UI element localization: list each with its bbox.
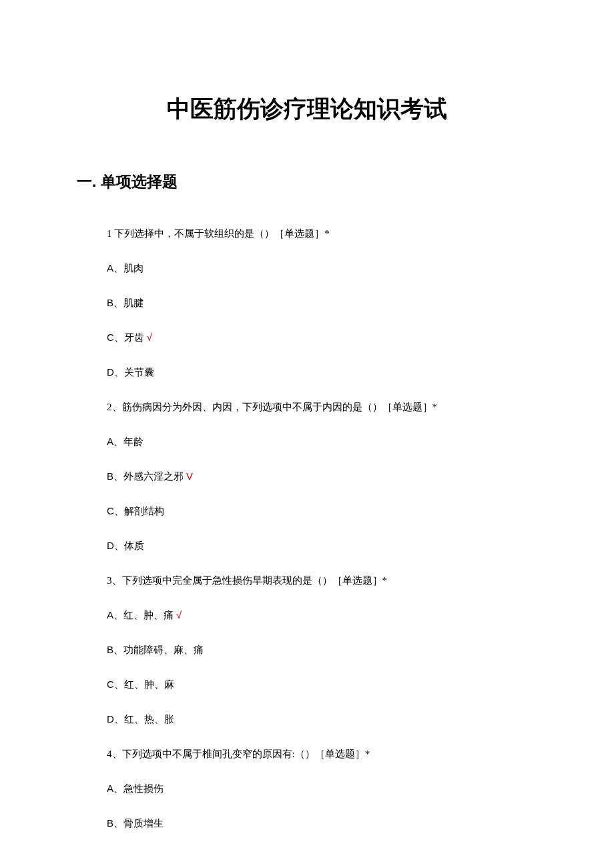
option-letter: D (107, 540, 114, 551)
option: A、年龄 (107, 434, 554, 450)
option-text: 红、热、胀 (124, 713, 174, 725)
option-letter: C (107, 505, 114, 516)
questions-content: 1 下列选择中，不属于软组织的是（）［单选题］*A、肌肉B、肌腱C、牙齿√D、关… (107, 226, 554, 831)
option-separator: 、 (114, 366, 124, 378)
document-title: 中医筋伤诊疗理论知识考试 (60, 93, 554, 125)
check-mark-icon: V (186, 470, 193, 482)
option-text: 肌肉 (123, 262, 143, 274)
option-text: 解剖结构 (124, 505, 164, 516)
option: D、红、热、胀 (107, 711, 554, 727)
option: C、牙齿√ (107, 330, 554, 346)
option: A、肌肉 (107, 260, 554, 276)
option-text: 体质 (124, 540, 144, 551)
option-letter: B (107, 817, 113, 829)
option: C、解剖结构 (107, 503, 554, 519)
section-heading: 一. 单项选择题 (77, 171, 554, 192)
option-letter: D (107, 366, 114, 378)
option-separator: 、 (113, 262, 123, 274)
option-text: 关节囊 (124, 366, 154, 378)
option-letter: C (107, 679, 114, 690)
option-letter: A (107, 262, 113, 274)
option-text: 肌腱 (123, 297, 143, 308)
option-separator: 、 (113, 817, 123, 829)
option-letter: A (107, 783, 113, 794)
option-separator: 、 (114, 540, 124, 551)
option: B、功能障碍、麻、痛 (107, 642, 554, 658)
option-text: 外感六淫之邪 (123, 470, 184, 482)
question-text: 2、筋伤病因分为外因、内因，下列选项中不属于内因的是（）［单选题］* (107, 399, 554, 415)
check-mark-icon: √ (176, 609, 182, 620)
question-text: 3、下列选项中完全属于急性损伤早期表现的是（）［单选题］* (107, 572, 554, 588)
option-letter: B (107, 297, 113, 308)
option-text: 骨质增生 (123, 817, 164, 829)
option-text: 红、肿、麻 (124, 679, 174, 690)
option-separator: 、 (114, 332, 124, 343)
option-separator: 、 (113, 470, 123, 482)
option: C、红、肿、麻 (107, 677, 554, 693)
option: D、关节囊 (107, 364, 554, 380)
option-separator: 、 (113, 297, 123, 308)
option-separator: 、 (114, 679, 124, 690)
option-separator: 、 (113, 436, 123, 447)
option-letter: D (107, 713, 114, 725)
check-mark-icon: √ (147, 332, 152, 343)
page-container: 中医筋伤诊疗理论知识考试 一. 单项选择题 1 下列选择中，不属于软组织的是（）… (0, 0, 614, 868)
option-separator: 、 (114, 713, 124, 725)
option: A、急性损伤 (107, 781, 554, 797)
option-text: 急性损伤 (123, 783, 164, 794)
option: B、肌腱 (107, 295, 554, 311)
option-letter: A (107, 609, 113, 620)
option-separator: 、 (114, 505, 124, 516)
option-letter: A (107, 436, 113, 447)
option-letter: B (107, 644, 113, 655)
option-text: 年龄 (123, 436, 143, 447)
option-letter: B (107, 470, 113, 482)
option-separator: 、 (113, 644, 123, 655)
option-separator: 、 (113, 783, 123, 794)
option-letter: C (107, 332, 114, 343)
question-text: 1 下列选择中，不属于软组织的是（）［单选题］* (107, 226, 554, 242)
option: D、体质 (107, 538, 554, 554)
option-separator: 、 (113, 609, 123, 620)
option: B、外感六淫之邪V (107, 468, 554, 484)
option: A、红、肿、痛√ (107, 607, 554, 623)
option-text: 功能障碍、麻、痛 (123, 644, 204, 655)
option-text: 牙齿 (124, 332, 144, 343)
option: B、骨质增生 (107, 815, 554, 831)
question-text: 4、下列选项中不属于椎间孔变窄的原因有:（）［单选题］* (107, 746, 554, 762)
option-text: 红、肿、痛 (123, 609, 174, 620)
